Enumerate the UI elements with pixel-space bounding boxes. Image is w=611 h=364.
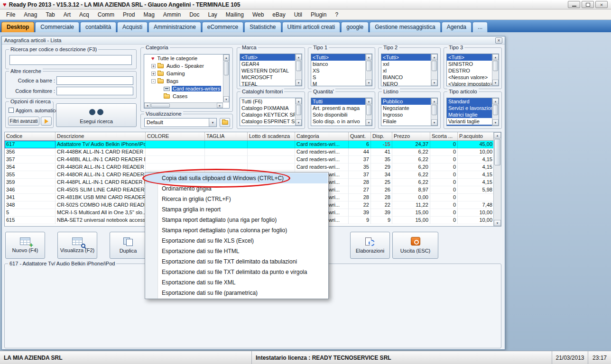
- menubar-item-ebay[interactable]: eBay: [268, 10, 289, 19]
- tree-item-tutte-le-categorie[interactable]: ♥Tutte le categorie: [144, 55, 223, 62]
- list-item-negoziante[interactable]: Negoziante: [381, 105, 431, 111]
- vertical-scrollbar[interactable]: ▲▼: [492, 54, 499, 86]
- column-header-scorta[interactable]: Scorta ...: [430, 132, 458, 140]
- scroll-down-icon[interactable]: ▼: [494, 220, 501, 226]
- open-view-button[interactable]: [220, 118, 230, 127]
- menubar-item-prod[interactable]: Prod: [119, 10, 139, 19]
- context-menu-item-ordinamento-griglia[interactable]: Ordinamento griglia: [146, 183, 328, 194]
- vertical-scrollbar[interactable]: ▲▼: [295, 98, 302, 126]
- tree-item-card-readers-writers[interactable]: Card readers-writers: [144, 85, 223, 92]
- column-header-lotto-di-scadenza[interactable]: Lotto di scadenza: [248, 132, 295, 140]
- list-item-ecommerce[interactable]: eCommerce: [381, 125, 431, 126]
- tab-google[interactable]: google: [341, 22, 369, 32]
- scroll-thumb[interactable]: [432, 61, 437, 71]
- scroll-down-icon[interactable]: ▼: [223, 96, 229, 102]
- scroll-track[interactable]: [366, 72, 372, 80]
- list-item-catalogo-esprinet-sp[interactable]: Catalogo ESPRINET SP: [240, 118, 295, 125]
- column-header-categoria[interactable]: Categoria: [295, 132, 349, 140]
- elaborazioni-button[interactable]: Elaborazioni: [350, 232, 390, 259]
- supplier-code-input[interactable]: [56, 87, 133, 95]
- list-item-catalogo-keyteck-srl[interactable]: Catalogo KEYTECK SRL: [240, 111, 295, 118]
- menubar-item-art[interactable]: Art: [59, 10, 75, 19]
- search-input[interactable]: [9, 55, 132, 65]
- scroll-right-icon[interactable]: ►: [217, 103, 223, 108]
- tab-gestione-messaggistica[interactable]: Gestione messaggistica: [370, 22, 440, 32]
- context-menu-item-copia-dati-sulla-clipboard-di-windows-ctrl-c[interactable]: Copia dati sulla clipboard di Windows (C…: [146, 173, 328, 183]
- tab-amministrazione[interactable]: Amministrazione: [148, 22, 201, 32]
- vertical-scrollbar[interactable]: ▲▼: [492, 98, 499, 126]
- list-item-destro[interactable]: DESTRO: [447, 67, 492, 74]
- scroll-up-icon[interactable]: ▲: [296, 98, 302, 104]
- list-item-tefal[interactable]: TEFAL: [240, 81, 295, 86]
- scroll-track[interactable]: [492, 116, 499, 119]
- list-item-bianco[interactable]: bianco: [311, 61, 365, 67]
- scroll-thumb[interactable]: [366, 61, 371, 71]
- list-item-solo-disponibili[interactable]: Solo disponibili: [311, 111, 365, 118]
- context-menu-item-esportazione-dati-su-file-xls-excel[interactable]: Esportazione dati su file XLS (Excel): [146, 236, 328, 246]
- scroll-down-icon[interactable]: ▼: [296, 119, 302, 126]
- menubar-item-util[interactable]: Util: [290, 10, 306, 19]
- tab-item[interactable]: ...: [472, 22, 488, 32]
- column-header-p-acquisto[interactable]: P.acquisto: [458, 132, 493, 140]
- menubar-item-tab[interactable]: Tab: [41, 10, 59, 19]
- window-caption[interactable]: Anagrafica articoli - Lista ×: [2, 36, 505, 45]
- tab-contabilit[interactable]: contabilità: [80, 22, 116, 32]
- list-item-matrici-taglie[interactable]: Matrici taglie: [447, 111, 492, 118]
- scroll-thumb[interactable]: [296, 61, 301, 71]
- close-button[interactable]: ×: [595, 1, 608, 8]
- list-item-tutti[interactable]: Tutti: [311, 98, 365, 105]
- advanced-filters-arrow-button[interactable]: [41, 117, 52, 126]
- list-item-tutti[interactable]: <Tutti>: [381, 54, 431, 61]
- context-menu-item-esportazione-dati-su-file-txt-delimitato-da-tabulazioni[interactable]: Esportazione dati su file TXT delimitato…: [146, 256, 328, 267]
- context-menu-item-esportazione-dati-su-file-parametrica[interactable]: Esportazione dati su file (parametrica): [146, 288, 328, 298]
- column-header-taglia[interactable]: TAGLIA: [205, 132, 248, 140]
- list-item-m[interactable]: M: [311, 81, 365, 86]
- vertical-scrollbar[interactable]: ▲▼: [365, 54, 372, 86]
- vertical-scrollbar[interactable]: ▲▼: [295, 54, 302, 86]
- grid-row-356[interactable]: 356CR-448BK ALL-IN-1 CARD READER BL...Ca…: [5, 148, 493, 156]
- list-item-nessun-valore[interactable]: <Nessun valore>: [447, 74, 492, 81]
- horizontal-scrollbar[interactable]: ◄►: [144, 102, 223, 108]
- menubar-item-anag[interactable]: Anag: [19, 10, 41, 19]
- duplica-button[interactable]: Duplica: [110, 232, 147, 259]
- list-item-catalogo-pixmania[interactable]: Catalogo PIXMANIA: [240, 105, 295, 111]
- auto-update-checkbox[interactable]: [9, 108, 14, 113]
- column-header-codice[interactable]: Codice: [5, 132, 56, 140]
- context-menu-item-esportazione-dati-su-file-xml[interactable]: Esportazione dati su file XML: [146, 277, 328, 288]
- list-item-sinistro[interactable]: SINISTRO: [447, 61, 492, 67]
- scroll-track[interactable]: [494, 166, 501, 220]
- list-item-catalogo-info-non-so[interactable]: Catalogo INFO NON SO: [240, 125, 295, 126]
- vertical-scrollbar[interactable]: ▲▼: [493, 132, 501, 226]
- maximize-button[interactable]: [582, 1, 594, 8]
- visualizzazione-combobox[interactable]: Default ▼: [144, 118, 217, 127]
- scroll-track[interactable]: [431, 72, 437, 80]
- scroll-up-icon[interactable]: ▲: [366, 98, 372, 104]
- column-header-prezzo[interactable]: Prezzo: [392, 132, 430, 140]
- scroll-up-icon[interactable]: ▲: [296, 54, 302, 60]
- column-header-disp[interactable]: Disp.: [371, 132, 392, 140]
- combo-dropdown-button[interactable]: ▼: [209, 118, 216, 127]
- tree-expander-icon[interactable]: +: [151, 64, 156, 68]
- list-item-western-digital[interactable]: WESTERN DIGITAL: [240, 67, 295, 74]
- scroll-down-icon[interactable]: ▼: [296, 80, 302, 86]
- scroll-up-icon[interactable]: ▲: [431, 54, 437, 60]
- scroll-track[interactable]: [170, 103, 217, 108]
- list-item-tutti-f6[interactable]: Tutti (F6): [240, 98, 295, 105]
- list-item-xs[interactable]: XS: [311, 67, 365, 74]
- tab-acquisti[interactable]: Acquisti: [117, 22, 148, 32]
- list-item-varianti-taglie[interactable]: Varianti taglie: [447, 118, 492, 125]
- scroll-left-icon[interactable]: ◄: [144, 103, 150, 108]
- tab-desktop[interactable]: Desktop: [1, 22, 34, 32]
- scroll-down-icon[interactable]: ▼: [431, 119, 437, 126]
- tab-ultimi-articoli-creati[interactable]: Ultimi articoli creati: [282, 22, 341, 32]
- vertical-scrollbar[interactable]: ▲▼: [223, 55, 229, 102]
- scroll-thumb[interactable]: [493, 105, 498, 115]
- list-item-gear4[interactable]: GEAR4: [240, 61, 295, 67]
- scroll-track[interactable]: [366, 116, 372, 119]
- scroll-track[interactable]: [492, 72, 499, 80]
- menubar-item-web[interactable]: Web: [248, 10, 268, 19]
- barcode-input[interactable]: [56, 76, 133, 85]
- scroll-thumb[interactable]: [366, 105, 371, 115]
- column-header-descrizione[interactable]: Descrizione: [56, 132, 146, 140]
- menubar-item-lay[interactable]: Lay: [204, 10, 222, 19]
